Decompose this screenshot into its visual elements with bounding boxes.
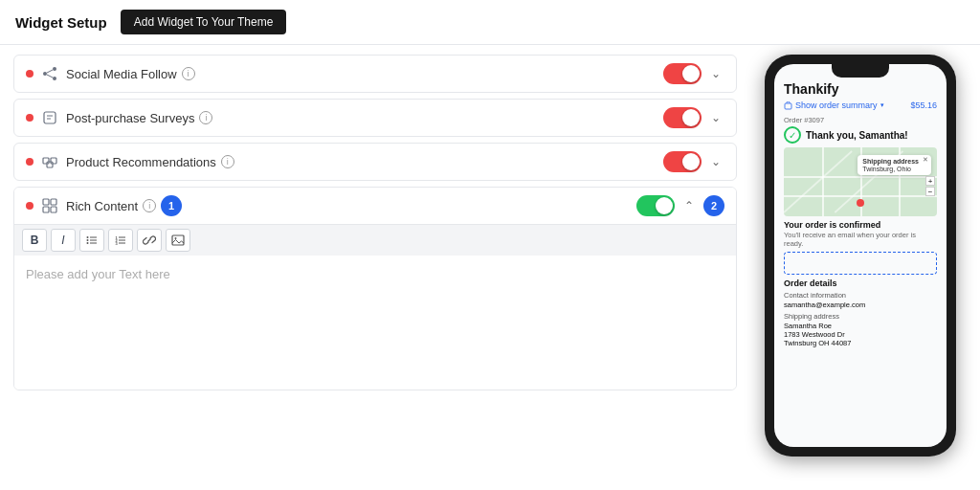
widget-controls-social: ⌄ <box>663 63 724 84</box>
chevron-products[interactable]: ⌄ <box>707 153 724 170</box>
phone-contact-value: samantha@example.com <box>784 301 937 309</box>
phone-order-details-title: Order details <box>784 278 937 288</box>
order-price: $55.16 <box>910 100 937 110</box>
phone-screen: Thankify Show order summary ▾ $55.16 Ord… <box>774 64 947 447</box>
widget-rich-content: Rich Content i 1 ⌃ 2 B I <box>13 187 737 390</box>
phone-app-title: Thankify <box>784 81 937 97</box>
toggle-surveys[interactable] <box>663 107 702 128</box>
svg-rect-13 <box>43 207 49 212</box>
widget-controls-surveys: ⌄ <box>663 107 724 128</box>
toolbar-ol[interactable]: 123 <box>108 229 133 252</box>
phone-content: Thankify Show order summary ▾ $55.16 Ord… <box>774 64 947 447</box>
phone-shipping-label: Shipping address <box>784 312 937 321</box>
chevron-social[interactable]: ⌄ <box>707 65 724 82</box>
svg-line-27 <box>148 239 151 242</box>
widget-label-products: Product Recommendations i <box>66 155 656 169</box>
phone-mockup: Thankify Show order summary ▾ $55.16 Ord… <box>765 55 956 457</box>
widget-row-surveys: Post-purchase Surveys i ⌄ <box>13 99 737 137</box>
map-zoom-in[interactable]: + <box>925 176 935 186</box>
page-title: Widget Setup <box>15 14 107 31</box>
rich-editor[interactable]: Please add your Text here <box>14 256 736 390</box>
map-zoom-controls: + − <box>925 176 935 196</box>
widget-row-social: Social Media Follow i ⌄ <box>13 55 737 93</box>
toggle-rich[interactable] <box>636 195 675 216</box>
widget-controls-rich: ⌃ 2 <box>636 195 724 216</box>
rich-icon <box>41 197 58 214</box>
svg-rect-9 <box>51 158 56 164</box>
toolbar-image[interactable] <box>166 229 190 252</box>
toolbar-bold[interactable]: B <box>22 229 47 252</box>
svg-rect-11 <box>43 199 49 205</box>
info-icon-surveys[interactable]: i <box>199 111 212 124</box>
status-dot-surveys <box>26 114 33 122</box>
svg-rect-10 <box>47 162 53 167</box>
rich-content-header: Rich Content i 1 ⌃ 2 <box>14 188 736 224</box>
svg-rect-5 <box>44 112 56 123</box>
phone-thank-you: ✓ Thank you, Samantha! <box>784 126 937 144</box>
widget-label-rich: Rich Content i 1 <box>66 195 629 216</box>
svg-point-20 <box>87 242 89 244</box>
widget-row-products: Product Recommendations i ⌄ <box>13 143 737 181</box>
svg-point-19 <box>87 239 89 241</box>
chevron-rich[interactable]: ⌃ <box>680 197 698 214</box>
add-widget-button[interactable]: Add Widget To Your Theme <box>121 10 287 34</box>
svg-point-2 <box>53 77 56 80</box>
step-badge-1: 1 <box>161 195 182 216</box>
phone-map: ✕ Shipping address Twinsburg, Ohio + − <box>784 147 937 216</box>
status-dot-social <box>26 70 33 78</box>
widget-label-surveys: Post-purchase Surveys i <box>66 111 656 125</box>
phone-notch <box>832 64 889 78</box>
phone-dashed-area <box>784 252 937 275</box>
step-badge-2: 2 <box>703 195 724 216</box>
toggle-social[interactable] <box>663 63 702 84</box>
phone-confirmed-sub: You'll receive an email when your order … <box>784 231 937 248</box>
svg-point-0 <box>43 72 47 76</box>
info-icon-rich[interactable]: i <box>143 199 156 212</box>
main-layout: Social Media Follow i ⌄ <box>0 45 980 490</box>
svg-line-31 <box>784 151 852 212</box>
social-icon <box>41 65 58 82</box>
toggle-products[interactable] <box>663 151 702 172</box>
svg-text:3: 3 <box>116 241 119 246</box>
toolbar-ul[interactable] <box>79 229 104 252</box>
chevron-surveys[interactable]: ⌄ <box>707 109 724 126</box>
order-number: Order #3097 <box>784 116 824 124</box>
rich-toolbar: B I 123 <box>14 224 736 256</box>
toolbar-italic[interactable]: I <box>51 229 76 252</box>
svg-rect-12 <box>51 199 56 205</box>
svg-rect-28 <box>172 235 184 245</box>
phone-contact-label: Contact information <box>784 291 937 300</box>
map-tooltip: ✕ Shipping address Twinsburg, Ohio <box>858 155 931 175</box>
phone-confirmed-title: Your order is confirmed <box>784 220 937 230</box>
check-icon: ✓ <box>784 126 801 144</box>
svg-rect-14 <box>51 207 56 212</box>
page-header: Widget Setup Add Widget To Your Theme <box>0 0 980 45</box>
svg-point-18 <box>87 236 89 238</box>
phone-order-summary-bar: Show order summary ▾ $55.16 <box>784 100 937 110</box>
svg-point-29 <box>175 237 177 239</box>
products-icon <box>41 153 58 170</box>
order-summary-label: Show order summary <box>795 100 878 110</box>
svg-line-4 <box>47 75 53 78</box>
svg-rect-30 <box>785 103 791 109</box>
svg-point-1 <box>53 67 56 71</box>
info-icon-products[interactable]: i <box>221 155 234 168</box>
surveys-icon <box>41 109 58 126</box>
phone-shipping-value: Samantha Roe 1783 Westwood Dr Twinsburg … <box>784 322 937 347</box>
map-zoom-out[interactable]: − <box>925 187 935 196</box>
thank-you-text: Thank you, Samantha! <box>806 130 908 141</box>
svg-rect-8 <box>43 158 49 164</box>
left-panel: Social Media Follow i ⌄ <box>0 45 750 490</box>
map-pin <box>857 199 864 207</box>
toolbar-link[interactable] <box>137 229 162 252</box>
map-tooltip-title: Shipping address <box>862 158 926 165</box>
status-dot-products <box>26 158 33 166</box>
svg-line-3 <box>47 70 53 73</box>
phone-container: Thankify Show order summary ▾ $55.16 Ord… <box>750 45 980 490</box>
map-tooltip-location: Twinsburg, Ohio <box>862 166 926 172</box>
map-tooltip-close[interactable]: ✕ <box>923 156 928 164</box>
widget-label-social: Social Media Follow i <box>66 67 656 81</box>
info-icon-social[interactable]: i <box>182 67 195 80</box>
status-dot-rich <box>26 202 33 210</box>
widget-controls-products: ⌄ <box>663 151 724 172</box>
